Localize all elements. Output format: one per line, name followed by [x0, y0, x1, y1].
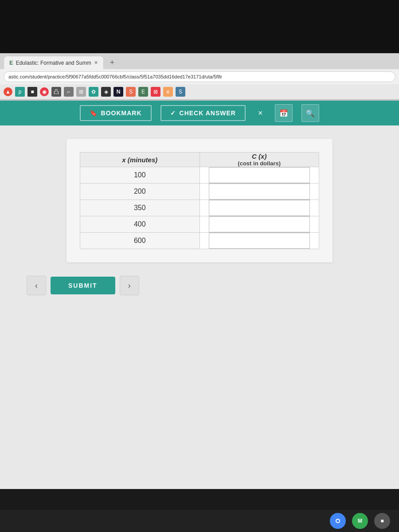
x-value-400: 400 — [80, 216, 200, 233]
calendar-icon-button[interactable]: 📅 — [275, 104, 293, 122]
submit-button[interactable]: SUBMIT — [51, 277, 115, 294]
c-answer-input-200[interactable] — [209, 184, 310, 200]
toolbar-circle-icon[interactable]: ◉ — [40, 87, 49, 96]
checkmark-icon: ✓ — [170, 110, 176, 117]
url-input[interactable] — [4, 71, 395, 82]
toolbar-e2-icon[interactable]: e — [163, 87, 173, 97]
tab-bar: E Edulastic: Formative and Summ ✕ + — [0, 53, 399, 69]
toolbar-h-icon[interactable]: 凸 — [51, 87, 61, 97]
data-table: x (minutes) C (x) (cost in dollars) 100 — [80, 152, 319, 249]
top-dark-area — [0, 0, 399, 53]
x-value-200: 200 — [80, 184, 200, 200]
bookmark-label: BOOKMARK — [101, 110, 142, 117]
close-button[interactable]: × — [254, 107, 266, 120]
new-tab-button[interactable]: + — [107, 58, 117, 67]
c-input-cell-400 — [200, 216, 319, 233]
bottom-navigation: ‹ SUBMIT › — [27, 276, 372, 295]
table-row: 350 — [80, 200, 319, 216]
app-header: 🔖 BOOKMARK ✓ CHECK ANSWER × 📅 🔍 — [0, 101, 399, 125]
c-input-cell-100 — [200, 167, 319, 184]
table-header-x: x (minutes) — [80, 153, 200, 167]
toolbar-leaf-icon[interactable]: ✿ — [89, 87, 98, 97]
taskbar: M ■ — [0, 510, 399, 532]
calendar-icon: 📅 — [279, 109, 288, 117]
taskbar-other-icon[interactable]: ■ — [374, 513, 390, 529]
search-icon: 🔍 — [306, 109, 315, 117]
bookmark-icon: 🔖 — [90, 110, 98, 117]
browser-tab[interactable]: E Edulastic: Formative and Summ ✕ — [4, 56, 104, 69]
c-input-cell-200 — [200, 184, 319, 200]
toolbar-s2-icon[interactable]: S — [176, 87, 185, 97]
c-input-cell-600 — [200, 233, 319, 249]
toolbar-diamond-icon[interactable]: ◈ — [101, 87, 111, 97]
meet-icon-label: M — [358, 518, 362, 524]
c-input-cell-350 — [200, 200, 319, 216]
check-answer-label: CHECK ANSWER — [180, 110, 236, 117]
toolbar-p-icon[interactable]: p — [15, 87, 25, 97]
x-minutes-header: x (minutes) — [122, 156, 157, 164]
browser-toolbar: ▲ p ■ ◉ 凸 ⌐ ⊞ ✿ ◈ N S E ⊠ e S — [0, 84, 399, 100]
toolbar-red-icon[interactable]: ▲ — [4, 87, 12, 96]
c-answer-input-400[interactable] — [209, 216, 310, 232]
svg-point-1 — [336, 520, 339, 522]
search-icon-button[interactable]: 🔍 — [301, 104, 319, 122]
main-content: x (minutes) C (x) (cost in dollars) 100 — [0, 125, 399, 489]
cx-header: C (x) — [252, 153, 266, 160]
table-row: 400 — [80, 216, 319, 233]
taskbar-chrome-icon[interactable] — [330, 513, 346, 529]
address-bar — [0, 69, 399, 84]
table-header-c: C (x) (cost in dollars) — [200, 153, 319, 167]
check-answer-button[interactable]: ✓ CHECK ANSWER — [160, 105, 246, 121]
toolbar-grid-icon[interactable]: ⊞ — [76, 87, 86, 97]
x-value-350: 350 — [80, 200, 200, 216]
prev-button[interactable]: ‹ — [27, 276, 46, 295]
prev-icon: ‹ — [35, 281, 38, 290]
cost-subheader: (cost in dollars) — [200, 160, 319, 167]
x-value-600: 600 — [80, 233, 200, 249]
c-answer-input-350[interactable] — [209, 200, 310, 216]
next-button[interactable]: › — [120, 276, 139, 295]
taskbar-meet-icon[interactable]: M — [352, 513, 368, 529]
toolbar-n-icon[interactable]: N — [113, 87, 123, 97]
c-answer-input-100[interactable] — [209, 167, 310, 183]
toolbar-s-icon[interactable]: S — [126, 87, 136, 97]
tab-favicon: E — [9, 59, 13, 66]
toolbar-square-icon[interactable]: ■ — [27, 87, 37, 97]
table-row: 600 — [80, 233, 319, 249]
browser-chrome: E Edulastic: Formative and Summ ✕ + ▲ p … — [0, 53, 399, 101]
c-answer-input-600[interactable] — [209, 233, 310, 249]
toolbar-x-icon[interactable]: ⊠ — [151, 87, 160, 97]
tab-close-icon[interactable]: ✕ — [94, 60, 98, 66]
x-value-100: 100 — [80, 167, 200, 184]
toolbar-e-icon[interactable]: E — [138, 87, 148, 97]
next-icon: › — [128, 281, 131, 290]
table-row: 200 — [80, 184, 319, 200]
tab-title: Edulastic: Formative and Summ — [16, 60, 91, 66]
table-row: 100 — [80, 167, 319, 184]
taskbar-other-label: ■ — [380, 518, 383, 524]
toolbar-r-icon[interactable]: ⌐ — [64, 87, 74, 97]
bookmark-button[interactable]: 🔖 BOOKMARK — [80, 105, 152, 121]
content-card: x (minutes) C (x) (cost in dollars) 100 — [66, 139, 332, 262]
